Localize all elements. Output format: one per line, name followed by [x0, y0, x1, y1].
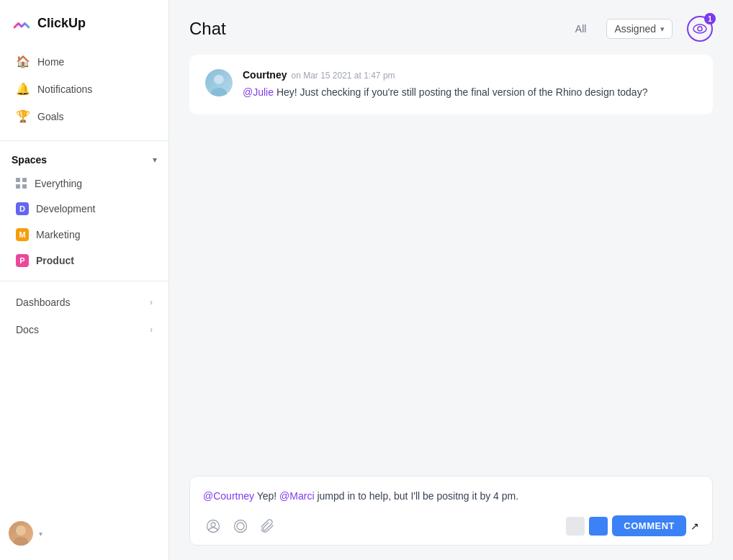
marketing-icon: M [16, 228, 29, 241]
assigned-label: Assigned [614, 23, 656, 35]
attachment-toolbar-icon[interactable] [258, 516, 278, 536]
format-btn-gray[interactable] [566, 517, 585, 536]
chat-messages: Courtney on Mar 15 2021 at 1:47 pm @Juli… [169, 55, 733, 476]
logo-text: ClickUp [37, 16, 86, 31]
sidebar-item-everything[interactable]: Everything [4, 172, 164, 195]
divider-2 [0, 281, 168, 281]
page-title: Chat [189, 19, 226, 39]
cursor-icon: ↗ [691, 520, 699, 532]
message-body-text: Hey! Just checking if you're still posti… [274, 86, 647, 98]
eye-icon [693, 24, 707, 34]
development-icon: D [16, 202, 29, 215]
bell-icon: 🔔 [16, 82, 30, 96]
sidebar-item-home[interactable]: 🏠 Home [4, 48, 164, 75]
product-icon: P [16, 254, 29, 267]
svg-point-1 [698, 27, 702, 31]
mention-julie: @Julie [243, 86, 274, 98]
dashboards-left: Dashboards [16, 297, 71, 308]
sidebar-item-development-label: Development [36, 203, 96, 214]
message-author: Courtney [243, 69, 287, 81]
sidebar-item-everything-label: Everything [35, 178, 82, 189]
reply-toolbar: COMMENT ↗ [203, 515, 699, 536]
user-chevron-icon[interactable]: ▾ [39, 530, 42, 538]
format-btn-blue[interactable] [589, 517, 608, 536]
reply-text-1: Yep! [254, 490, 279, 502]
mention-marci: @Marci [279, 490, 314, 502]
sidebar-item-goals-label: Goals [37, 111, 64, 122]
toolbar-right: COMMENT ↗ [566, 515, 699, 536]
chevron-right-icon: › [150, 297, 153, 307]
user-toolbar-icon[interactable] [203, 516, 223, 536]
sidebar-item-notifications[interactable]: 🔔 Notifications [4, 76, 164, 102]
sidebar-item-marketing[interactable]: M Marketing [4, 222, 164, 247]
svg-point-0 [693, 24, 706, 33]
svg-point-3 [211, 523, 215, 527]
sidebar-item-goals[interactable]: 🏆 Goals [4, 103, 164, 130]
reply-text-2: jumpd in to help, but I'll be positng it… [315, 490, 519, 502]
circle-toolbar-icon[interactable] [230, 516, 251, 536]
message-card: Courtney on Mar 15 2021 at 1:47 pm @Juli… [189, 55, 713, 114]
chat-header: Chat All Assigned ▾ 1 [169, 0, 733, 55]
sidebar: ClickUp 🏠 Home 🔔 Notifications 🏆 Goals S… [0, 0, 169, 560]
home-icon: 🏠 [16, 55, 30, 68]
user-icon [206, 519, 220, 533]
mention-courtney: @Courtney [203, 490, 254, 502]
docs-left: Docs [16, 324, 39, 335]
sidebar-item-home-label: Home [37, 56, 64, 68]
sidebar-bottom: ▾ [0, 514, 168, 553]
filter-all-button[interactable]: All [570, 20, 593, 37]
eye-badge: 1 [687, 16, 713, 42]
sidebar-nav: 🏠 Home 🔔 Notifications 🏆 Goals [0, 45, 168, 133]
message-time: on Mar 15 2021 at 1:47 pm [291, 71, 395, 81]
spaces-label: Spaces [12, 154, 47, 166]
logo[interactable]: ClickUp [0, 0, 168, 45]
chevron-assigned-icon: ▾ [660, 24, 665, 34]
sidebar-item-notifications-label: Notifications [37, 83, 92, 95]
reply-box: @Courtney Yep! @Marci jumpd in to help, … [189, 476, 713, 546]
goals-icon: 🏆 [16, 109, 30, 123]
chevron-down-icon: ▾ [153, 155, 157, 165]
message-meta: Courtney on Mar 15 2021 at 1:47 pm [243, 69, 697, 81]
courtney-avatar [205, 69, 233, 96]
circle-icon [233, 519, 248, 533]
spaces-header[interactable]: Spaces ▾ [0, 148, 168, 171]
sidebar-item-product-label: Product [36, 255, 74, 266]
sidebar-item-product[interactable]: P Product [4, 248, 164, 273]
svg-point-5 [237, 523, 244, 530]
sidebar-item-dashboards[interactable]: Dashboards › [4, 289, 164, 315]
paperclip-icon [261, 519, 274, 533]
reply-text: @Courtney Yep! @Marci jumpd in to help, … [203, 488, 699, 504]
clickup-logo-icon [12, 13, 32, 33]
sidebar-item-development[interactable]: D Development [4, 197, 164, 221]
filter-assigned-button[interactable]: Assigned ▾ [606, 19, 673, 39]
comment-button[interactable]: COMMENT [612, 515, 686, 536]
dashboards-label: Dashboards [16, 297, 71, 308]
svg-point-4 [235, 520, 247, 532]
message-text: @Julie Hey! Just checking if you're stil… [243, 85, 697, 100]
eye-count-badge: 1 [704, 13, 716, 24]
message-body: Courtney on Mar 15 2021 at 1:47 pm @Juli… [243, 69, 697, 100]
divider-1 [0, 140, 168, 141]
chevron-right-docs-icon: › [150, 325, 153, 335]
avatar[interactable] [9, 521, 33, 546]
sidebar-item-docs[interactable]: Docs › [4, 317, 164, 343]
docs-label: Docs [16, 324, 39, 335]
sidebar-item-marketing-label: Marketing [36, 229, 80, 240]
everything-icon [16, 178, 27, 189]
main-content: Chat All Assigned ▾ 1 Courtney on Ma [169, 0, 733, 560]
